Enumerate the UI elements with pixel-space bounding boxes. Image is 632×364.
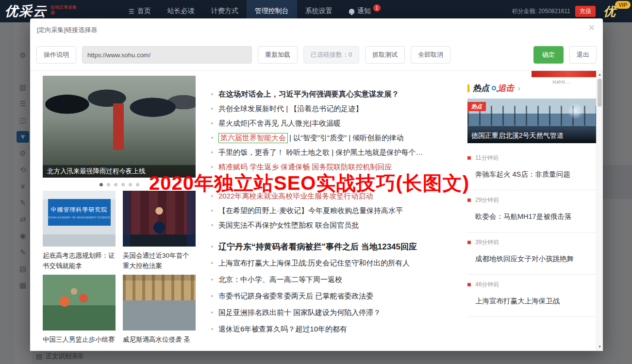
link-selector-dialog: [定向采集]链接选择器 ✕ 操作说明 重新加载 已选链接数：0 抓取测试 全部取… [30,18,603,351]
news-link[interactable]: 辽宁丹东“持黄码者看病被拦”事件之后 当地12345回应 [211,238,454,255]
nav-right-area: 积分金额: 2050821611 充值 优 [512,3,615,19]
promo-banner-caption: xuexi... [552,79,569,84]
news-link[interactable]: 国足亚洲排名跌出前十 国家队建设为何陷入停滞？ [211,304,454,321]
hot-section-header: 热点 追击 › [467,83,596,94]
magnifier-icon [492,86,496,90]
bullet-icon [211,295,213,297]
reload-button[interactable]: 重新加载 [258,46,298,64]
chevron-right-icon[interactable]: › [518,84,520,92]
dot-icon[interactable] [114,183,117,186]
scroll-up-icon[interactable]: ▲ [597,71,603,78]
corner-logo: 优 [603,3,615,19]
institute-name: 中國管理科學研究院 [51,206,108,214]
card-caption[interactable]: 起底高考志愿规划师：证书交钱就能拿 [43,250,116,271]
hot-item[interactable]: 46分钟前 上海宣布打赢大上海保卫战 [467,275,596,317]
embedded-page: 北方入汛来最强降雨过程今夜上线 中國管理科學研究院 CHINA ACADEMY … [30,70,603,351]
hot-item[interactable]: 11分钟前 奔驰车起火 4S店：非质量问题 [467,148,596,190]
card-image: 中國管理科學研究院 CHINA ACADEMY OF MANAGEMENT SC… [43,191,116,247]
selected-link-highlight[interactable]: 第六届世界智能大会 [218,133,288,143]
square-bullet-icon [467,241,471,244]
accent-bar [467,84,469,92]
news-link[interactable]: 市委书记跻身省委常委两天后 已掌舵省委政法委 [211,288,454,304]
red-sign [113,103,124,150]
help-button[interactable]: 操作说明 [36,46,76,64]
hot-item-title[interactable]: 上海宣布打赢大上海保卫战 [475,297,596,306]
exit-button[interactable]: 退出 [569,46,597,64]
news-link[interactable]: 北京：中小学、高一高二等下周一返校 [211,271,454,288]
hot-item-title[interactable]: 奔驰车起火 4S店：非质量问题 [475,170,596,179]
hot-time: 39分钟前 [475,238,499,247]
square-bullet-icon [467,283,471,286]
hot-time: 11分钟前 [475,154,499,162]
dot-icon[interactable] [121,183,125,186]
bullet-icon [211,262,213,264]
news-link[interactable]: 共创全球发展新时代 | 【沿着总书记的足迹】 [211,101,454,116]
news-column: 在这场对话会上，习近平为何强调要真心实意谋发展？ 共创全球发展新时代 | 【沿着… [211,71,454,351]
carousel-image [43,76,196,178]
card-caption[interactable]: 美国会通过近30年首个重大控枪法案 [123,250,196,271]
scrollbar-thumb[interactable] [598,79,602,107]
bullet-icon [211,166,213,168]
news-card[interactable]: 中國管理科學研究院 CHINA ACADEMY OF MANAGEMENT SC… [43,191,116,271]
news-link[interactable]: 【在希望的田野上·麦收记】今年夏粮收购总量保持高水平 [211,203,454,218]
hot-title-right: 追击 [498,83,514,94]
institute-subtitle: CHINA ACADEMY OF MANAGEMENT SCIENCE [48,216,110,219]
selected-count: 已选链接数：0 [303,46,359,64]
news-link-selected[interactable]: 第六届世界智能大会 | 以“智变”引“质变” | 倾听创新的律动 [211,131,454,145]
bullet-icon [211,312,213,314]
bell-icon [349,9,354,14]
carousel[interactable]: 北方入汛来最强降雨过程今夜上线 [43,76,196,178]
promo-banner [532,71,599,77]
hot-item[interactable]: 39分钟前 成都地铁回应女子对小孩跳艳舞 [467,232,596,275]
cancel-all-button[interactable]: 全部取消 [411,46,450,64]
credits-amount: 积分金额: 2050821611 [512,7,570,16]
bullet-icon [211,108,213,110]
square-bullet-icon [467,199,471,202]
bullet-icon [211,151,213,153]
news-card[interactable]: 威尼斯遇高水位侵袭 圣 [123,275,196,345]
news-link[interactable]: 在这场对话会上，习近平为何强调要真心实意谋发展？ [211,87,454,101]
news-card[interactable]: 美国会通过近30年首个重大控枪法案 [123,191,196,271]
dot-icon[interactable] [136,183,139,186]
news-card[interactable]: 中国三人男篮止步小组赛 [43,275,116,345]
bullet-icon [211,279,213,281]
confirm-button[interactable]: 确定 [533,46,564,64]
dot-icon[interactable] [107,183,110,186]
hot-feature-story[interactable]: 热点 德国正重启北溪2号天然气管道 [467,99,596,143]
institute-sign: 中國管理科學研究院 CHINA ACADEMY OF MANAGEMENT SC… [48,199,111,226]
content-scrollbar[interactable]: ▲ ▼ [596,71,603,351]
scroll-down-icon[interactable]: ▼ [597,344,603,350]
news-link[interactable]: 手里的饭，更香了！ 聆听土地之歌 | 保护黑土地就是保护每个… [211,145,454,160]
news-link[interactable]: 上海宣布打赢大上海保卫战:历史会记住坚守和付出的所有人 [211,255,454,271]
dot-icon[interactable] [100,183,103,186]
grab-test-button[interactable]: 抓取测试 [365,46,405,64]
news-link[interactable]: 星火成炬|不舍再见 凡人微光|丰收温暖 [211,116,454,131]
url-input[interactable] [82,46,252,64]
news-link[interactable]: 美国宪法不再保护女性堕胎权 联合国官员批 [211,218,454,232]
card-image [123,275,196,331]
hot-item-title[interactable]: 成都地铁回应女子对小孩跳艳舞 [475,254,596,264]
close-icon[interactable]: ✕ [588,23,595,33]
hot-item[interactable]: 29分钟前 欧委会：马航MH17是被俄击落 [467,190,596,232]
card-caption[interactable]: 中国三人男篮止步小组赛 [43,334,116,345]
bullet-icon [211,246,213,248]
hot-item-title[interactable]: 欧委会：马航MH17是被俄击落 [475,212,596,221]
card-image [123,191,196,247]
news-link[interactable]: 退休近6年被查算久吗？超过10年的都有 [211,321,454,337]
logo-text: 优采云 [5,1,47,21]
logo-subtitle: 自动文章采集器 [50,5,81,16]
nav-label-home: 首页 [137,7,151,16]
dialog-toolbar: 操作说明 重新加载 已选链接数：0 抓取测试 全部取消 确定 退出 [36,46,597,64]
dot-icon[interactable] [129,183,132,186]
card-caption[interactable]: 威尼斯遇高水位侵袭 圣 [123,334,196,345]
hot-time: 46分钟前 [475,281,499,289]
hot-list: 11分钟前 奔驰车起火 4S店：非质量问题 29分钟前 欧委会：马航MH17是被… [467,148,596,317]
recharge-button[interactable]: 充值 [575,6,596,17]
hot-feature-caption: 德国正重启北溪2号天然气管道 [467,129,596,143]
bullet-icon [211,328,213,330]
nav-label-notifications: 通知 [357,7,371,16]
hot-column: 热点 追击 › 热点 德国正重启北溪2号天然气管道 11分钟前 奔驰车起火 4S… [467,71,596,317]
hot-time: 29分钟前 [475,196,499,204]
app-logo[interactable]: 优采云 自动文章采集器 [5,1,120,21]
vip-badge: VIP [615,1,631,9]
